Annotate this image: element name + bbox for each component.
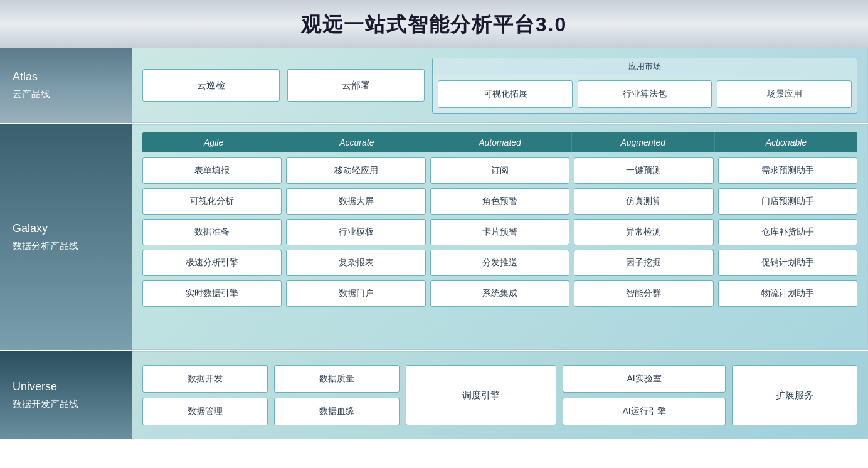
galaxy-grid-row-3: 极速分析引擎 复杂报表 分发推送 因子挖掘 促销计划助手 <box>142 250 857 276</box>
universe-middle: 调度引擎 <box>406 365 556 425</box>
galaxy-cell-3-0: 极速分析引擎 <box>142 250 282 276</box>
atlas-label: Atlas 云产品线 <box>0 48 132 123</box>
title-bar: 观远一站式智能分析平台3.0 <box>0 0 868 48</box>
atlas-market-items: 可视化拓展 行业算法包 场景应用 <box>433 75 857 113</box>
galaxy-cell-1-0: 可视化分析 <box>142 188 282 215</box>
galaxy-cell-4-0: 实时数据引擎 <box>142 280 282 307</box>
galaxy-grid-row-0: 表单填报 移动轻应用 订阅 一键预测 需求预测助手 <box>142 157 857 184</box>
galaxy-cell-0-0: 表单填报 <box>142 157 282 184</box>
galaxy-cell-4-1: 数据门户 <box>286 280 425 307</box>
galaxy-cell-4-2: 系统集成 <box>430 280 569 307</box>
universe-right-col: AI实验室 AI运行引擎 <box>563 365 726 425</box>
atlas-name: Atlas <box>13 68 132 85</box>
galaxy-grid-row-4: 实时数据引擎 数据门户 系统集成 智能分群 物流计划助手 <box>142 280 857 307</box>
atlas-market-item-0: 可视化拓展 <box>438 80 573 108</box>
atlas-row: Atlas 云产品线 云巡检 云部署 应用市场 可视化拓展 行业算法包 场景应用 <box>0 48 868 123</box>
atlas-market: 应用市场 可视化拓展 行业算法包 场景应用 <box>432 58 857 114</box>
galaxy-header-3: Augmented <box>572 132 715 152</box>
universe-row: Universe 数据开发产品线 数据开发 数据管理 数据质量 数据血缘 <box>0 351 868 439</box>
galaxy-cell-3-3: 因子挖掘 <box>574 250 713 276</box>
galaxy-cell-1-3: 仿真测算 <box>574 188 713 215</box>
universe-col1: 数据开发 数据管理 <box>142 365 268 425</box>
galaxy-cell-1-4: 门店预测助手 <box>718 188 857 215</box>
galaxy-header-1: Accurate <box>285 132 428 152</box>
galaxy-header-2: Automated <box>428 132 571 152</box>
atlas-cloud-item-0: 云巡检 <box>142 69 280 102</box>
galaxy-label: Galaxy 数据分析产品线 <box>0 124 132 350</box>
universe-right-item0: AI实验室 <box>563 365 726 393</box>
galaxy-header-0: Agile <box>142 132 285 152</box>
galaxy-header-4: Actionable <box>715 132 857 152</box>
universe-content-area: 数据开发 数据管理 数据质量 数据血缘 调度引擎 AI实验室 <box>132 351 868 439</box>
universe-col2-item0: 数据质量 <box>274 365 400 393</box>
galaxy-grid: 表单填报 移动轻应用 订阅 一键预测 需求预测助手 可视化分析 数据大屏 角色预… <box>142 157 857 307</box>
galaxy-cell-3-4: 促销计划助手 <box>718 250 857 276</box>
galaxy-cell-3-1: 复杂报表 <box>286 250 425 276</box>
galaxy-row: Galaxy 数据分析产品线 Agile Accurate Automated … <box>0 124 868 350</box>
universe-label: Universe 数据开发产品线 <box>0 351 132 439</box>
galaxy-cell-0-1: 移动轻应用 <box>286 157 425 184</box>
atlas-cloud-items: 云巡检 云部署 <box>142 69 425 102</box>
page-title: 观远一站式智能分析平台3.0 <box>0 11 868 39</box>
atlas-content: 云巡检 云部署 应用市场 可视化拓展 行业算法包 场景应用 <box>142 56 857 115</box>
galaxy-grid-row-2: 数据准备 行业模板 卡片预警 异常检测 仓库补货助手 <box>142 219 857 245</box>
universe-name: Universe <box>13 378 132 395</box>
galaxy-cell-2-2: 卡片预警 <box>430 219 569 245</box>
galaxy-cell-1-1: 数据大屏 <box>286 188 425 215</box>
atlas-cloud-item-1: 云部署 <box>287 69 425 102</box>
galaxy-cell-2-0: 数据准备 <box>142 219 282 245</box>
universe-col1-item1: 数据管理 <box>142 398 268 425</box>
galaxy-cell-1-2: 角色预警 <box>430 188 569 215</box>
galaxy-cell-0-4: 需求预测助手 <box>718 157 857 184</box>
galaxy-cell-2-1: 行业模板 <box>286 219 425 245</box>
universe-col1-item0: 数据开发 <box>142 365 268 393</box>
universe-right-item1: AI运行引擎 <box>563 398 726 425</box>
galaxy-content-area: Agile Accurate Automated Augmented Actio… <box>132 124 868 350</box>
galaxy-cell-2-3: 异常检测 <box>574 219 713 245</box>
atlas-market-label: 应用市场 <box>433 58 857 75</box>
galaxy-cell-4-4: 物流计划助手 <box>718 280 857 307</box>
atlas-sub: 云产品线 <box>13 85 132 102</box>
universe-col2: 数据质量 数据血缘 <box>274 365 400 425</box>
galaxy-name: Galaxy <box>13 220 132 237</box>
main-layout: Atlas 云产品线 云巡检 云部署 应用市场 可视化拓展 行业算法包 场景应用 <box>0 48 868 439</box>
universe-far-right-item: 扩展服务 <box>732 365 857 425</box>
galaxy-cell-2-4: 仓库补货助手 <box>718 219 857 245</box>
galaxy-header: Agile Accurate Automated Augmented Actio… <box>142 132 857 152</box>
galaxy-grid-row-1: 可视化分析 数据大屏 角色预警 仿真测算 门店预测助手 <box>142 188 857 215</box>
universe-col2-item1: 数据血缘 <box>274 398 400 425</box>
page-wrapper: 观远一站式智能分析平台3.0 Atlas 云产品线 云巡检 云部署 应用市场 可 <box>0 0 868 439</box>
galaxy-cell-0-2: 订阅 <box>430 157 569 184</box>
universe-content: 数据开发 数据管理 数据质量 数据血缘 调度引擎 AI实验室 <box>142 359 857 431</box>
universe-middle-item: 调度引擎 <box>406 365 556 425</box>
galaxy-sub: 数据分析产品线 <box>13 237 132 254</box>
galaxy-cell-0-3: 一键预测 <box>574 157 713 184</box>
galaxy-cell-4-3: 智能分群 <box>574 280 713 307</box>
galaxy-cell-3-2: 分发推送 <box>430 250 569 276</box>
universe-far-right: 扩展服务 <box>732 365 857 425</box>
atlas-market-item-1: 行业算法包 <box>578 80 712 108</box>
atlas-market-item-2: 场景应用 <box>717 80 852 108</box>
atlas-content-area: 云巡检 云部署 应用市场 可视化拓展 行业算法包 场景应用 <box>132 48 868 123</box>
universe-sub: 数据开发产品线 <box>13 395 132 412</box>
